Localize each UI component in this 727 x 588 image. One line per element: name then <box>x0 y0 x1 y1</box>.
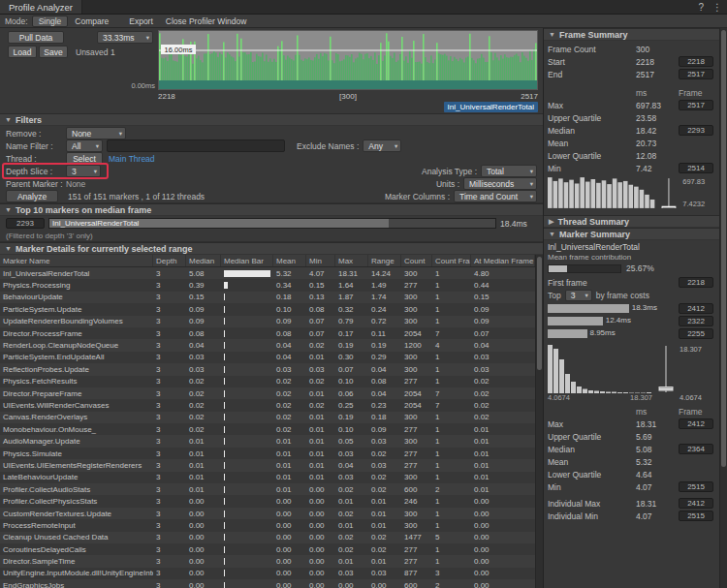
frame-link-button[interactable]: 2514 <box>679 163 713 173</box>
column-header[interactable]: Max <box>335 255 368 266</box>
analyze-button[interactable]: Analyze <box>6 190 58 202</box>
column-header[interactable]: Mean <box>273 255 306 266</box>
marker-details-header[interactable]: ▼ Marker Details for currently selected … <box>0 242 543 255</box>
tab-profile-analyzer[interactable]: Profile Analyzer <box>0 0 82 14</box>
max-frame-time-dropdown[interactable]: 33.33ms ▾ <box>97 31 153 44</box>
frame-link-button[interactable]: 2412 <box>679 303 713 314</box>
scrollbar-thumb[interactable] <box>721 30 726 467</box>
frame-summary-header[interactable]: ▼ Frame Summary <box>544 28 719 41</box>
table-row[interactable]: Director.ProcessFrame30.080.080.070.170.… <box>0 327 535 339</box>
frame-link-button[interactable]: 2293 <box>679 125 713 136</box>
table-row[interactable]: Profiler.CollectPhysicsStats30.000.000.0… <box>0 495 535 507</box>
column-header[interactable]: Marker Name <box>0 255 153 266</box>
table-row[interactable]: ParticleSystem.Update30.090.100.080.320.… <box>0 303 535 315</box>
value-cell: 1.64 <box>335 281 368 290</box>
depth-slice-dropdown[interactable]: 3▾ <box>66 165 101 177</box>
frame-time-chart[interactable]: 16.00ms <box>158 30 538 90</box>
column-header[interactable]: Median <box>186 255 221 266</box>
summary-ms-value: 23.58 <box>636 113 679 123</box>
kebab-menu-icon[interactable]: ⋮ <box>712 2 722 13</box>
frame-link-button[interactable]: 2218 <box>679 56 713 67</box>
table-row[interactable]: Inl_UniversalRenderTotal35.085.324.0718.… <box>0 267 535 279</box>
column-header[interactable]: Range <box>368 255 401 266</box>
filters-title: Filters <box>16 115 42 125</box>
table-row[interactable]: Monobehaviour.OnMouse_30.020.020.010.100… <box>0 423 535 435</box>
name-filter-input[interactable] <box>107 139 285 152</box>
help-icon[interactable]: ? <box>698 2 704 13</box>
value-cell: 0.39 <box>186 281 221 290</box>
frame-link-button[interactable]: 2218 <box>679 277 713 288</box>
table-row[interactable]: UIEvents.WillRenderCanvases30.020.020.02… <box>0 399 535 411</box>
table-row[interactable]: Canvas.RenderOverlays30.020.020.010.190.… <box>0 412 535 423</box>
table-row[interactable]: UpdateRendererBoundingVolumes30.090.090.… <box>0 316 535 327</box>
frame-link-button[interactable]: 2255 <box>679 328 713 339</box>
column-header[interactable]: Count <box>401 255 432 266</box>
filters-header[interactable]: ▼ Filters <box>0 113 543 126</box>
analysis-type-dropdown[interactable]: Total▾ <box>481 165 537 177</box>
value-cell: 0.05 <box>335 437 368 446</box>
frame-link-button[interactable]: 2515 <box>679 481 713 492</box>
table-row[interactable]: EndGraphicsJobs30.000.000.000.000.006002… <box>0 579 535 588</box>
table-row[interactable]: Physics.FetchResults30.020.020.020.100.0… <box>0 376 535 387</box>
exclude-names-dropdown[interactable]: Any▾ <box>363 139 401 152</box>
thread-select-button[interactable]: Select <box>66 152 103 165</box>
frame-link-button[interactable]: 2515 <box>679 511 713 521</box>
remove-dropdown[interactable]: None▾ <box>66 127 126 139</box>
table-row[interactable]: AudioManager.Update30.010.010.010.050.03… <box>0 435 535 447</box>
table-row[interactable]: Director.SampleTime30.000.000.000.010.01… <box>0 555 535 567</box>
table-row[interactable]: RenderLoop.CleanupNodeQueue30.040.040.02… <box>0 339 535 351</box>
frame-link-button[interactable]: 2412 <box>679 498 713 509</box>
column-header[interactable]: Depth <box>153 255 186 266</box>
table-row[interactable]: CustomRenderTextures.Update30.000.000.00… <box>0 508 535 519</box>
marker-summary-header[interactable]: ▼ Marker Summary <box>544 228 719 240</box>
table-row[interactable]: LateBehaviourUpdate30.010.010.010.030.02… <box>0 472 535 483</box>
thread-value-link[interactable]: Main Thread <box>109 154 155 164</box>
value-cell: 0.00 <box>306 521 335 530</box>
top-n-dropdown[interactable]: 3▾ <box>565 290 592 301</box>
column-header[interactable]: Median Bar <box>221 255 273 266</box>
column-header[interactable]: At Median Frame <box>471 255 535 266</box>
close-profiler-button[interactable]: Close Profiler Window <box>160 15 253 27</box>
frame-link-button[interactable]: 2517 <box>679 100 713 110</box>
mode-compare-button[interactable]: Compare <box>69 15 114 27</box>
mode-single-button[interactable]: Single <box>32 15 69 27</box>
panel-vertical-scrollbar[interactable] <box>719 28 727 588</box>
load-button[interactable]: Load <box>8 46 37 58</box>
frame-link-button[interactable]: 2322 <box>679 316 713 326</box>
table-row[interactable]: ReflectionProbes.Update30.030.030.030.07… <box>0 363 535 375</box>
table-row[interactable]: BehaviourUpdate30.150.180.131.871.743001… <box>0 292 535 303</box>
median-bar-cell <box>221 426 273 433</box>
column-header[interactable]: Min <box>306 255 335 266</box>
summary-ms-value: 300 <box>636 45 679 54</box>
pull-data-button[interactable]: Pull Data <box>8 31 64 44</box>
table-row[interactable]: CoroutinesDelayedCalls30.000.000.000.020… <box>0 543 535 555</box>
table-row[interactable]: Profiler.CollectAudioStats30.010.010.000… <box>0 483 535 495</box>
frame-link-button[interactable]: 2293 <box>6 218 45 229</box>
export-button[interactable]: Export <box>123 15 159 27</box>
column-header[interactable]: Count Frame <box>432 255 471 266</box>
table-row[interactable]: Director.PrepareFrame30.020.020.010.060.… <box>0 387 535 399</box>
table-row[interactable]: Physics.Processing30.390.340.151.641.492… <box>0 279 535 291</box>
table-vertical-scrollbar[interactable] <box>535 255 543 588</box>
value-cell: 0.01 <box>273 485 306 494</box>
frame-link-button[interactable]: 2517 <box>679 69 713 79</box>
name-filter-dropdown[interactable]: All▾ <box>66 139 103 152</box>
value-cell: 0.02 <box>368 545 401 554</box>
table-row[interactable]: UIEvents.UIElementsRegisterRenderers30.0… <box>0 459 535 471</box>
table-row[interactable]: Cleanup Unused Cached Data30.000.000.000… <box>0 532 535 543</box>
table-row[interactable]: UnityEngine.InputModule.dll!UnityEngineI… <box>0 568 535 579</box>
table-row[interactable]: ProcessRemoteInput30.000.000.000.010.013… <box>0 519 535 531</box>
marker-name-cell: RenderLoop.CleanupNodeQueue <box>0 341 153 350</box>
table-row[interactable]: Physics.Simulate30.010.010.010.030.02277… <box>0 448 535 459</box>
frame-link-button[interactable]: 2412 <box>679 418 713 429</box>
units-dropdown[interactable]: Milliseconds▾ <box>463 177 537 190</box>
thread-summary-header[interactable]: ▶ Thread Summary <box>544 215 719 228</box>
marker-columns-dropdown[interactable]: Time and Count▾ <box>454 190 537 202</box>
table-row[interactable]: ParticleSystem.EndUpdateAll30.030.040.01… <box>0 352 535 363</box>
top10-header[interactable]: ▼ Top 10 markers on median frame <box>0 203 543 216</box>
frame-link-button[interactable]: 2364 <box>679 444 713 454</box>
scrollbar-thumb[interactable] <box>537 257 542 370</box>
x-axis-range: [300] <box>339 92 357 101</box>
save-button[interactable]: Save <box>39 46 68 58</box>
top10-bar[interactable]: Inl_UniversalRenderTotal <box>48 218 496 229</box>
